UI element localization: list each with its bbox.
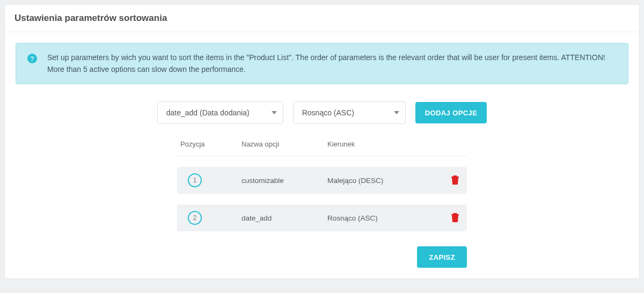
- panel-title: Ustawienia parametrów sortowania: [14, 13, 630, 24]
- footer-actions: ZAPISZ: [177, 246, 467, 268]
- header-direction: Kierunek: [327, 140, 424, 148]
- info-text: Set up parameters by wich you want to so…: [47, 52, 617, 75]
- column-select-wrap: date_add (Data dodania): [157, 101, 283, 124]
- svg-text:?: ?: [30, 55, 34, 63]
- save-button[interactable]: ZAPISZ: [417, 246, 467, 268]
- direction-select[interactable]: Rosnąco (ASC): [293, 101, 406, 124]
- cell-direction: Malejąco (DESC): [327, 177, 424, 185]
- table-row: 2 date_add Rosnąco (ASC): [177, 204, 467, 231]
- info-alert: ? Set up parameters by wich you want to …: [16, 43, 628, 84]
- position-badge[interactable]: 2: [188, 211, 202, 225]
- column-select[interactable]: date_add (Data dodania): [157, 101, 283, 124]
- header-actions: [424, 140, 467, 148]
- header-position: Pozycja: [177, 140, 241, 148]
- cell-position: 1: [177, 173, 241, 187]
- controls-row: date_add (Data dodania) Rosnąco (ASC) DO…: [16, 101, 628, 124]
- cell-actions: [424, 213, 467, 224]
- cell-option: date_add: [241, 214, 327, 222]
- settings-panel: Ustawienia parametrów sortowania ? Set u…: [4, 4, 640, 279]
- panel-body: ? Set up parameters by wich you want to …: [5, 32, 639, 279]
- add-option-button[interactable]: DODAJ OPCJE: [415, 102, 487, 123]
- cell-option: customizable: [241, 177, 327, 185]
- cell-actions: [424, 175, 467, 186]
- table-row: 1 customizable Malejąco (DESC): [177, 167, 467, 194]
- cell-position: 2: [177, 211, 241, 225]
- direction-select-wrap: Rosnąco (ASC): [293, 101, 406, 124]
- table-header-row: Pozycja Nazwa opcji Kierunek: [177, 135, 467, 156]
- panel-header: Ustawienia parametrów sortowania: [5, 5, 639, 32]
- cell-direction: Rosnąco (ASC): [327, 214, 424, 222]
- position-badge[interactable]: 1: [188, 173, 202, 187]
- trash-icon[interactable]: [451, 175, 459, 185]
- trash-icon[interactable]: [451, 213, 459, 222]
- question-circle-icon: ?: [27, 53, 38, 64]
- options-table: Pozycja Nazwa opcji Kierunek 1 customiza…: [177, 135, 467, 231]
- header-option: Nazwa opcji: [241, 140, 327, 148]
